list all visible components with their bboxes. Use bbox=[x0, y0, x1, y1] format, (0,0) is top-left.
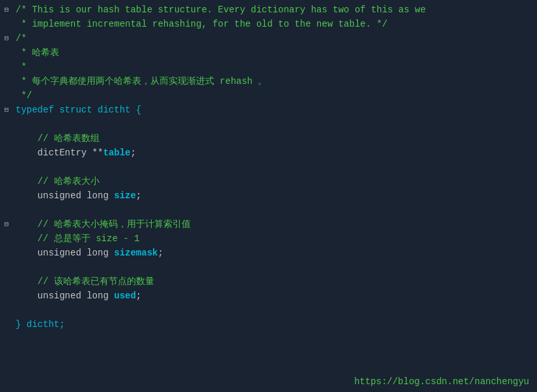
code-line-8: ⊟ typedef struct dictht { bbox=[0, 103, 537, 117]
code-content-4: * 哈希表 bbox=[13, 46, 537, 60]
comment-span-5: * bbox=[16, 62, 27, 72]
code-line-18: unsigned long sizemask; bbox=[0, 246, 537, 260]
fold-icon-1[interactable]: ⊟ bbox=[0, 3, 13, 17]
field-type-14: unsigned long bbox=[16, 190, 114, 201]
comment-span-17: // 总是等于 size - 1 bbox=[16, 233, 139, 244]
code-line-12 bbox=[0, 160, 537, 174]
code-line-15 bbox=[0, 203, 537, 217]
code-content-5: * bbox=[13, 60, 537, 74]
bold-field-21: used bbox=[114, 291, 136, 301]
code-line-4: * 哈希表 bbox=[0, 46, 537, 60]
comment-span: /* This is our hash table structure. Eve… bbox=[16, 5, 426, 15]
bold-field-14: size bbox=[114, 190, 136, 201]
code-content-12 bbox=[13, 160, 537, 174]
keyword-span-23: } dictht; bbox=[16, 319, 65, 330]
field-type-18: unsigned long bbox=[16, 248, 114, 258]
punct-14: ; bbox=[136, 190, 141, 201]
code-editor: ⊟ /* This is our hash table structure. E… bbox=[0, 0, 537, 392]
code-content-15 bbox=[13, 203, 537, 217]
comment-span-3: /* bbox=[16, 33, 27, 44]
code-content-8: typedef struct dictht { bbox=[13, 103, 537, 117]
code-line-19 bbox=[0, 260, 537, 274]
code-line-22 bbox=[0, 303, 537, 317]
code-content-11: dictEntry **table; bbox=[13, 146, 537, 160]
code-line-9 bbox=[0, 117, 537, 131]
fold-icon-3[interactable]: ⊟ bbox=[0, 31, 13, 46]
url-text: https://blog.csdn.net/nanchengyu bbox=[354, 376, 529, 387]
code-line-2: * implement incremental rehashing, for t… bbox=[0, 17, 537, 31]
code-content-10: // 哈希表数组 bbox=[13, 131, 537, 146]
comment-span-7: */ bbox=[16, 90, 32, 101]
code-content-2: * implement incremental rehashing, for t… bbox=[13, 17, 537, 31]
code-content-17: // 总是等于 size - 1 bbox=[13, 231, 537, 246]
fold-icon-8[interactable]: ⊟ bbox=[0, 103, 13, 117]
fold-icon-16[interactable]: ⊟ bbox=[0, 217, 13, 231]
punct-11: ; bbox=[130, 148, 135, 158]
code-line-20: // 该哈希表已有节点的数量 bbox=[0, 274, 537, 289]
bold-field-11: table bbox=[103, 148, 130, 158]
code-line-3: ⊟ /* bbox=[0, 31, 537, 46]
code-line-23: } dictht; bbox=[0, 317, 537, 332]
field-type-21: unsigned long bbox=[16, 291, 114, 301]
code-content-9 bbox=[13, 117, 537, 131]
code-line-5: * bbox=[0, 60, 537, 74]
code-content-3: /* bbox=[13, 31, 537, 46]
bold-field-18: sizemask bbox=[114, 248, 158, 258]
code-line-1: ⊟ /* This is our hash table structure. E… bbox=[0, 3, 537, 17]
code-line-16: ⊟ // 哈希表大小掩码，用于计算索引值 bbox=[0, 217, 537, 231]
code-content-1: /* This is our hash table structure. Eve… bbox=[13, 3, 537, 17]
code-content-19 bbox=[13, 260, 537, 274]
code-line-21: unsigned long used; bbox=[0, 289, 537, 303]
footer-url: https://blog.csdn.net/nanchengyu bbox=[354, 376, 529, 387]
code-content-23: } dictht; bbox=[13, 317, 537, 332]
code-content-21: unsigned long used; bbox=[13, 289, 537, 303]
code-content-14: unsigned long size; bbox=[13, 189, 537, 203]
code-content-6: * 每个字典都使用两个哈希表，从而实现渐进式 rehash 。 bbox=[13, 74, 537, 88]
punct-21: ; bbox=[136, 291, 141, 301]
code-content-7: */ bbox=[13, 88, 537, 103]
code-line-14: unsigned long size; bbox=[0, 189, 537, 203]
code-line-7: */ bbox=[0, 88, 537, 103]
comment-span-20: // 该哈希表已有节点的数量 bbox=[16, 276, 154, 287]
code-content-20: // 该哈希表已有节点的数量 bbox=[13, 274, 537, 289]
keyword-span-8: typedef struct dictht { bbox=[16, 105, 141, 115]
comment-span-16: // 哈希表大小掩码，用于计算索引值 bbox=[16, 219, 191, 229]
field-type-11: dictEntry ** bbox=[16, 148, 103, 158]
comment-span-2: * implement incremental rehashing, for t… bbox=[16, 19, 387, 29]
code-line-11: dictEntry **table; bbox=[0, 146, 537, 160]
comment-span-13: // 哈希表大小 bbox=[16, 176, 100, 187]
code-content-18: unsigned long sizemask; bbox=[13, 246, 537, 260]
code-line-17: // 总是等于 size - 1 bbox=[0, 231, 537, 246]
code-line-10: // 哈希表数组 bbox=[0, 131, 537, 146]
code-content-13: // 哈希表大小 bbox=[13, 174, 537, 189]
code-line-6: * 每个字典都使用两个哈希表，从而实现渐进式 rehash 。 bbox=[0, 74, 537, 88]
comment-span-6: * 每个字典都使用两个哈希表，从而实现渐进式 rehash 。 bbox=[16, 76, 267, 86]
code-line-13: // 哈希表大小 bbox=[0, 174, 537, 189]
comment-span-4: * 哈希表 bbox=[16, 47, 59, 58]
punct-18: ; bbox=[158, 248, 163, 258]
code-content-22 bbox=[13, 303, 537, 317]
code-content-16: // 哈希表大小掩码，用于计算索引值 bbox=[13, 217, 537, 231]
comment-span-10: // 哈希表数组 bbox=[16, 133, 100, 144]
